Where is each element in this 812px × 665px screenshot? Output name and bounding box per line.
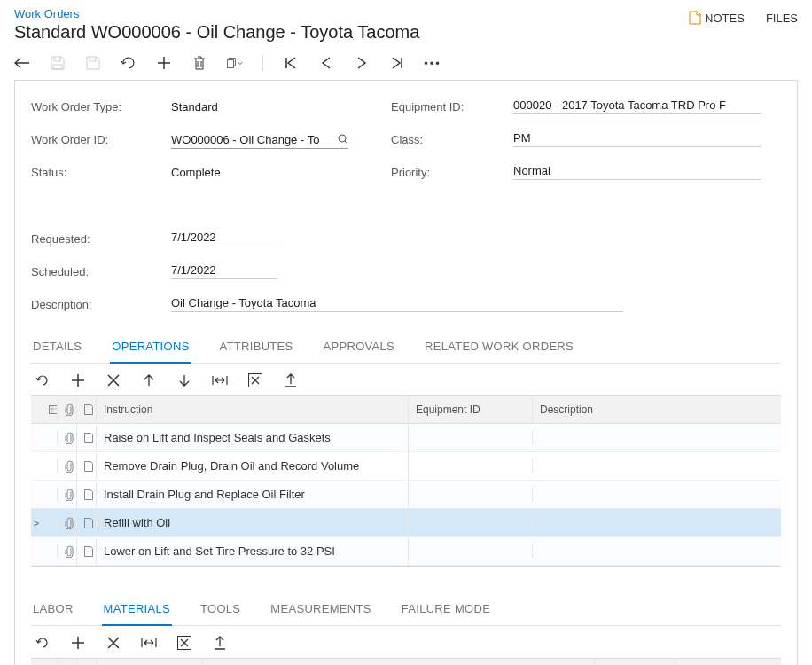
col-mat-description[interactable]: Description [203, 659, 595, 665]
select-all-icon[interactable] [42, 661, 58, 665]
table-row[interactable]: Remove Drain Plug, Drain Oil and Record … [31, 452, 781, 481]
notes-button[interactable]: NOTES [689, 11, 745, 25]
cell-instruction[interactable]: Refill with Oil [97, 509, 409, 536]
notes-label: NOTES [705, 12, 745, 25]
status-label: Status: [31, 166, 155, 179]
note-icon[interactable] [77, 539, 97, 564]
class-value[interactable]: PM [513, 129, 761, 147]
refresh-icon[interactable] [35, 635, 51, 651]
col-description[interactable]: Description [533, 396, 781, 423]
last-icon[interactable] [389, 55, 405, 71]
note-header-icon [77, 660, 97, 665]
col-instruction[interactable]: Instruction [97, 396, 409, 423]
upload-icon[interactable] [212, 635, 228, 651]
cell-description[interactable] [533, 516, 781, 530]
row-caret-icon: > [31, 518, 42, 528]
undo-icon[interactable] [121, 55, 137, 71]
tab-details[interactable]: DETAILS [31, 331, 83, 363]
cell-description[interactable] [533, 459, 781, 473]
row-selector[interactable] [42, 431, 58, 445]
table-row[interactable]: Raise on Lift and Inspect Seals and Gask… [31, 424, 781, 452]
move-down-icon[interactable] [176, 372, 192, 388]
delete-row-icon[interactable] [105, 372, 121, 388]
cell-description[interactable] [533, 544, 781, 559]
cell-equipment[interactable] [409, 459, 533, 473]
breadcrumb[interactable]: Work Orders [14, 7, 79, 20]
table-row[interactable]: >Refill with Oil [31, 509, 781, 537]
search-icon[interactable] [338, 134, 348, 145]
row-selector[interactable] [42, 459, 58, 473]
svg-rect-3 [50, 406, 58, 414]
attachment-icon[interactable] [58, 481, 77, 508]
files-button[interactable]: FILES [766, 12, 798, 25]
row-selector[interactable] [42, 488, 58, 502]
tab-related-wo[interactable]: RELATED WORK ORDERS [423, 331, 575, 363]
cell-equipment[interactable] [409, 488, 533, 502]
row-selector[interactable] [42, 544, 58, 559]
equipment-value[interactable]: 000020 - 2017 Toyota Tacoma TRD Pro F [513, 97, 761, 114]
priority-value[interactable]: Normal [513, 162, 761, 180]
more-icon[interactable]: ••• [425, 55, 441, 71]
tab-measurements[interactable]: MEASUREMENTS [269, 593, 372, 625]
tab-operations[interactable]: OPERATIONS [110, 331, 191, 364]
equipment-label: Equipment ID: [391, 100, 497, 113]
cell-equipment[interactable] [409, 544, 533, 559]
cell-instruction[interactable]: Install Drain Plug and Replace Oil Filte… [97, 481, 409, 508]
tab-attributes[interactable]: ATTRIBUTES [218, 331, 295, 363]
col-equipment[interactable]: Equipment ID [409, 396, 533, 423]
add-row-icon[interactable] [70, 635, 86, 651]
upload-icon[interactable] [283, 372, 299, 388]
add-row-icon[interactable] [70, 372, 86, 388]
delete-icon[interactable] [191, 55, 207, 71]
note-icon[interactable] [77, 454, 97, 479]
cell-equipment[interactable] [409, 516, 533, 530]
col-qty[interactable]: Qty. [595, 659, 675, 665]
wo-id-field[interactable]: WO000006 - Oil Change - To [171, 131, 348, 149]
first-icon[interactable] [283, 55, 299, 71]
row-selector[interactable] [42, 516, 58, 530]
files-label: FILES [766, 12, 798, 25]
tab-approvals[interactable]: APPROVALS [322, 331, 397, 363]
move-up-icon[interactable] [141, 372, 157, 388]
page-title: Standard WO000006 - Oil Change - Toyota … [14, 22, 419, 43]
fit-icon[interactable] [212, 372, 228, 388]
add-icon[interactable] [156, 55, 172, 71]
attachment-icon[interactable] [58, 425, 77, 451]
scheduled-value[interactable]: 7/1/2022 [171, 262, 277, 279]
table-row[interactable]: Lower on Lift and Set Tire Pressure to 3… [31, 537, 781, 566]
note-icon[interactable] [77, 482, 97, 507]
table-row[interactable]: Install Drain Plug and Replace Oil Filte… [31, 481, 781, 509]
excel-icon[interactable] [176, 635, 192, 651]
tab-tools[interactable]: TOOLS [199, 593, 242, 625]
fit-icon[interactable] [141, 635, 157, 651]
col-inventory[interactable]: Inventory ID [97, 659, 203, 665]
cell-description[interactable] [533, 488, 781, 502]
back-icon[interactable] [14, 55, 30, 71]
note-icon[interactable] [77, 426, 97, 450]
cell-instruction[interactable]: Raise on Lift and Inspect Seals and Gask… [97, 424, 409, 451]
cell-equipment[interactable] [409, 431, 533, 445]
refresh-icon[interactable] [35, 372, 51, 388]
excel-icon[interactable] [247, 372, 263, 388]
description-label: Description: [31, 298, 155, 311]
attachment-icon[interactable] [58, 510, 77, 536]
cell-instruction[interactable]: Lower on Lift and Set Tire Pressure to 3… [97, 537, 409, 565]
description-value[interactable]: Oil Change - Toyota Tacoma [171, 294, 623, 312]
ops-header: Instruction Equipment ID Description [31, 396, 781, 424]
note-icon[interactable] [77, 511, 97, 536]
attachment-icon[interactable] [58, 453, 77, 480]
copy-dropdown-icon[interactable] [227, 55, 243, 71]
prev-icon[interactable] [318, 55, 334, 71]
next-icon[interactable] [354, 55, 370, 71]
requested-value[interactable]: 7/1/2022 [171, 229, 277, 246]
tab-failure-mode[interactable]: FAILURE MODE [400, 593, 492, 625]
tab-labor[interactable]: LABOR [31, 593, 75, 625]
tab-materials[interactable]: MATERIALS [102, 593, 172, 626]
col-unit[interactable]: Base Unit [675, 659, 781, 665]
cell-description[interactable] [533, 431, 781, 445]
cell-instruction[interactable]: Remove Drain Plug, Drain Oil and Record … [97, 452, 409, 480]
select-all-icon[interactable] [42, 398, 58, 421]
delete-row-icon[interactable] [105, 635, 121, 651]
attachment-icon[interactable] [58, 538, 77, 565]
materials-grid: Inventory ID Description Qty. Base Unit … [31, 658, 781, 665]
